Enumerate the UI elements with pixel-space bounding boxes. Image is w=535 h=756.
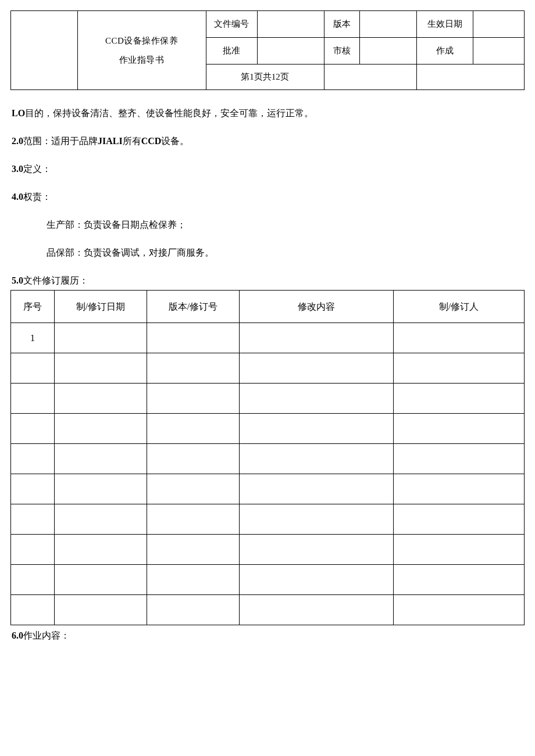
table-row — [11, 353, 525, 384]
cell-date — [55, 414, 147, 444]
section-1-prefix: LO — [12, 108, 25, 118]
cell-seq — [11, 535, 55, 565]
section-4-prefix: 4.0 — [12, 192, 23, 202]
responsibility-production: 生产部：负责设备日期点检保养； — [47, 218, 525, 232]
revision-table-header-row: 序号 制/修订日期 版本/修订号 修改内容 制/修订人 — [11, 291, 525, 323]
cell-date — [55, 384, 147, 414]
cell-content — [239, 444, 393, 474]
table-row: 1 — [11, 323, 525, 353]
section-3-prefix: 3.0 — [12, 164, 23, 174]
header-seq: 序号 — [11, 291, 55, 323]
section-6-text: 作业内容： — [23, 630, 70, 640]
cell-content — [239, 474, 393, 504]
approve-label: 批准 — [206, 38, 257, 65]
document-title-line2: 作业指导书 — [119, 55, 165, 65]
cell-date — [55, 444, 147, 474]
cell-person — [393, 444, 524, 474]
cell-person — [393, 353, 524, 384]
cell-content — [239, 535, 393, 565]
cell-person — [393, 504, 524, 535]
cell-person — [393, 323, 524, 353]
section-work-content: 6.0作业内容： — [10, 629, 525, 643]
cell-date — [55, 474, 147, 504]
revision-history-table: 序号 制/修订日期 版本/修订号 修改内容 制/修订人 1 — [10, 290, 525, 625]
header-content: 修改内容 — [239, 291, 393, 323]
table-row — [11, 474, 525, 504]
cell-seq — [11, 444, 55, 474]
section-2-prefix: 2.0 — [12, 136, 23, 146]
create-value — [473, 38, 524, 65]
cell-version — [147, 535, 239, 565]
cell-date — [55, 565, 147, 595]
header-version: 版本/修订号 — [147, 291, 239, 323]
section-5-prefix: 5.0 — [12, 275, 23, 285]
table-row — [11, 504, 525, 535]
section-2-text3: 设备。 — [161, 136, 189, 146]
cell-version — [147, 353, 239, 384]
section-responsibility: 4.0权责： — [10, 190, 525, 204]
table-row — [11, 535, 525, 565]
cell-content — [239, 504, 393, 535]
section-3-text: 定义： — [23, 164, 51, 174]
cell-person — [393, 535, 524, 565]
cell-version — [147, 474, 239, 504]
create-label: 作成 — [416, 38, 473, 65]
section-revision-history: 5.0文件修订履历： — [10, 274, 525, 288]
cell-date — [55, 353, 147, 384]
table-row — [11, 444, 525, 474]
cell-seq — [11, 565, 55, 595]
cell-version — [147, 504, 239, 535]
table-row — [11, 595, 525, 625]
cell-content — [239, 384, 393, 414]
cell-content — [239, 323, 393, 353]
table-row — [11, 414, 525, 444]
section-2-brand: JIALI — [98, 136, 123, 146]
header-date: 制/修订日期 — [55, 291, 147, 323]
cell-person — [393, 414, 524, 444]
section-4-text: 权责： — [23, 192, 51, 202]
document-title: CCD设备操作保养 作业指导书 — [77, 11, 206, 90]
cell-person — [393, 384, 524, 414]
section-purpose: LO目的，保持设备清洁、整齐、使设备性能良好，安全可靠，运行正常。 — [10, 106, 525, 120]
cell-person — [393, 595, 524, 625]
cell-seq — [11, 353, 55, 384]
section-5-text: 文件修订履历： — [23, 275, 88, 285]
document-title-line1: CCD设备操作保养 — [105, 36, 178, 45]
cell-date — [55, 504, 147, 535]
cell-date — [55, 595, 147, 625]
cell-seq — [11, 384, 55, 414]
approve-value — [257, 38, 324, 65]
table-row — [11, 565, 525, 595]
cell-seq: 1 — [11, 323, 55, 353]
section-2-device: CCD — [141, 136, 162, 146]
cell-date — [55, 323, 147, 353]
cell-version — [147, 414, 239, 444]
effective-date-value — [473, 11, 524, 38]
section-2-text1: 范围：适用于品牌 — [23, 136, 98, 146]
review-label: 市核 — [324, 38, 360, 65]
page-info: 第1页共12页 — [206, 65, 324, 90]
cell-content — [239, 595, 393, 625]
cell-content — [239, 565, 393, 595]
cell-date — [55, 535, 147, 565]
file-number-value — [257, 11, 324, 38]
responsibility-quality: 品保部：负责设备调试，对接厂商服务。 — [47, 246, 525, 260]
cell-content — [239, 414, 393, 444]
version-value — [360, 11, 416, 38]
cell-version — [147, 384, 239, 414]
section-definition: 3.0定义： — [10, 162, 525, 176]
cell-version — [147, 565, 239, 595]
document-header-table: CCD设备操作保养 作业指导书 文件编号 版本 生效日期 批准 市核 作成 第1… — [10, 10, 525, 90]
cell-version — [147, 595, 239, 625]
document-body: LO目的，保持设备清洁、整齐、使设备性能良好，安全可靠，运行正常。 2.0范围：… — [10, 106, 525, 643]
cell-person — [393, 474, 524, 504]
header-person: 制/修订人 — [393, 291, 524, 323]
cell-version — [147, 444, 239, 474]
cell-seq — [11, 504, 55, 535]
cell-seq — [11, 414, 55, 444]
cell-person — [393, 565, 524, 595]
section-2-text2: 所有 — [123, 136, 141, 146]
cell-seq — [11, 595, 55, 625]
cell-seq — [11, 474, 55, 504]
review-value — [360, 38, 416, 65]
